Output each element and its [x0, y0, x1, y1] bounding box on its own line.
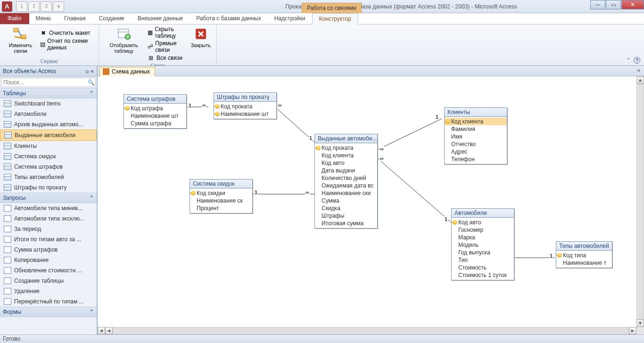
nav-query-item[interactable]: Автомобили типа эксклю...	[0, 213, 97, 224]
table-box-rental-penalties[interactable]: Штрафы по прокатуКод прокатаНаименование…	[214, 92, 277, 119]
tab-create[interactable]: СозданиеС	[92, 13, 131, 24]
table-field[interactable]: Отчество	[445, 140, 507, 148]
nav-table-item[interactable]: Архив выданных автомо...	[0, 119, 97, 130]
qat-item[interactable]: 2	[28, 1, 40, 12]
show-table-button[interactable]: + Отобразить таблицу	[102, 25, 146, 62]
table-title[interactable]: Система скидок	[190, 180, 252, 188]
tab-database-tools[interactable]: Работа с базами данныхА	[190, 13, 267, 24]
table-field[interactable]: Код клиента	[445, 118, 507, 125]
table-field[interactable]: Итоговая сумма	[315, 220, 377, 227]
nav-query-item[interactable]: Перекрёстный по типам ...	[0, 296, 97, 307]
table-field[interactable]: Имя	[445, 133, 507, 140]
nav-table-item[interactable]: Клиенты	[0, 141, 97, 151]
nav-query-item[interactable]: Итоги по типам авто за ...	[0, 234, 97, 245]
table-field[interactable]: Стоимость 1 суток	[452, 271, 514, 279]
hide-table-button[interactable]: ▦Скрыть таблицу	[146, 25, 188, 40]
nav-table-item[interactable]: Switchboard Items	[0, 98, 97, 109]
table-field[interactable]: Сумма	[315, 197, 377, 204]
close-button[interactable]: ✕	[621, 0, 644, 9]
table-field[interactable]: Код скидки	[190, 189, 252, 197]
maximize-button[interactable]: ▭	[606, 0, 621, 9]
tab-home[interactable]: ГлавнаяЯ	[58, 13, 92, 24]
all-relationships-button[interactable]: ⊞Все связи	[146, 54, 188, 62]
nav-query-item[interactable]: Автомобили типа минив...	[0, 203, 97, 213]
table-field[interactable]: Код типа	[556, 252, 612, 259]
table-field[interactable]: Код клиента	[315, 152, 377, 159]
nav-query-item[interactable]: Удаление	[0, 286, 97, 296]
table-box-discounts[interactable]: Система скидокКод скидкиНаименование скП…	[190, 179, 253, 213]
table-field[interactable]: Код проката	[315, 144, 377, 152]
nav-group-queries[interactable]: Запросы⌃	[0, 193, 97, 203]
nav-query-item[interactable]: Обновление стоимости ...	[0, 265, 97, 276]
nav-table-item[interactable]: Штрафы по прокату	[0, 182, 97, 193]
table-field[interactable]: Телефон	[445, 155, 507, 163]
qat-item[interactable]: 3	[41, 1, 52, 12]
search-input[interactable]	[1, 78, 87, 87]
direct-relationships-button[interactable]: ☍Прямые связи	[146, 40, 188, 54]
relationships-diagram[interactable]: 1 ∞ ∞ 1 1 ∞ ∞ 1 ∞ 1 ∞ 1 Система штрафовК…	[98, 76, 636, 327]
nav-table-item[interactable]: Автомобили	[0, 109, 97, 119]
table-field[interactable]: Штрафы	[315, 212, 377, 220]
tab-design[interactable]: КонструкторБС	[312, 13, 358, 24]
qat-item[interactable]: 1	[16, 1, 27, 12]
table-field[interactable]: Ожидаемая дата вс	[315, 182, 377, 189]
table-field[interactable]: Адрес	[445, 148, 507, 155]
table-box-clients[interactable]: КлиентыКод клиентаФамилияИмяОтчествоАдре…	[444, 107, 507, 164]
vertical-scrollbar[interactable]: ▲▼	[636, 76, 644, 327]
table-title[interactable]: Система штрафов	[124, 95, 186, 104]
document-close-icon[interactable]: ×	[636, 67, 642, 74]
tab-menu[interactable]: МенюQ	[29, 13, 58, 24]
table-field[interactable]: Код проката	[214, 103, 276, 110]
table-field[interactable]: Тип	[452, 256, 514, 264]
nav-dropdown-icon[interactable]: ⊙	[85, 69, 89, 74]
table-field[interactable]: Марка	[452, 234, 514, 241]
nav-collapse-icon[interactable]: «	[91, 68, 94, 74]
nav-query-item[interactable]: Копирование	[0, 255, 97, 265]
table-field[interactable]: Процент	[190, 204, 252, 212]
table-field[interactable]: Фамилия	[445, 125, 507, 133]
table-field[interactable]: Год выпуска	[452, 249, 514, 256]
edit-relationships-button[interactable]: Изменить связи	[3, 25, 38, 55]
table-field[interactable]: Количество дней	[315, 174, 377, 182]
close-button-ribbon[interactable]: Закрыть	[188, 25, 214, 62]
table-field[interactable]: Дата выдачи	[315, 167, 377, 174]
table-field[interactable]: Наименование шт	[124, 112, 186, 120]
table-field[interactable]: Стоимость	[452, 264, 514, 271]
table-field[interactable]: Модель	[452, 241, 514, 249]
nav-group-tables[interactable]: Таблицы⌃	[0, 88, 97, 98]
nav-table-item[interactable]: Типы автомобилей	[0, 172, 97, 182]
table-field[interactable]: Код авто	[315, 159, 377, 167]
qat-dropdown[interactable]: ▾	[53, 1, 64, 12]
table-box-issued-cars[interactable]: Выданные автомоби...Код прокатаКод клиен…	[314, 134, 378, 229]
document-tab[interactable]: Схема данных	[99, 67, 155, 76]
table-field[interactable]: Наименование ск	[190, 197, 252, 204]
nav-group-forms[interactable]: Формы⌃	[0, 307, 97, 317]
table-field[interactable]: Сумма штрафа	[124, 120, 186, 127]
table-title[interactable]: Автомобили	[452, 209, 514, 218]
nav-query-item[interactable]: Сумма штрафов	[0, 245, 97, 255]
table-field[interactable]: Скидка	[315, 204, 377, 212]
table-field[interactable]: Наименование ски	[315, 189, 377, 197]
nav-table-item[interactable]: Выданные автомобили	[0, 130, 97, 141]
tab-external-data[interactable]: Внешние данныеШ	[131, 13, 190, 24]
nav-table-item[interactable]: Система скидок	[0, 151, 97, 162]
minimize-button[interactable]: ─	[590, 0, 605, 9]
table-title[interactable]: Клиенты	[445, 108, 507, 117]
file-tab[interactable]: ФайлФ	[0, 13, 29, 24]
table-field[interactable]: Наименование шт	[214, 110, 276, 118]
tab-addins[interactable]: НадстройкиН	[268, 13, 312, 24]
help-icon[interactable]: ?	[634, 57, 640, 64]
search-icon[interactable]: 🔍	[87, 78, 95, 87]
table-box-car-types[interactable]: Типы автомобилейКод типаНаименование т	[556, 241, 612, 268]
nav-table-item[interactable]: Система штрафов	[0, 162, 97, 172]
horizontal-scrollbar[interactable]: ◄◄►	[98, 327, 636, 335]
table-title[interactable]: Типы автомобилей	[556, 242, 612, 251]
table-title[interactable]: Выданные автомоби...	[315, 134, 377, 143]
table-field[interactable]: Наименование т	[556, 259, 612, 267]
table-field[interactable]: Код штрафа	[124, 105, 186, 112]
table-field[interactable]: Код авто	[452, 219, 514, 226]
clear-layout-button[interactable]: ✖Очистить макет	[38, 29, 96, 37]
table-box-cars[interactable]: АвтомобилиКод автоГосномерМаркаМодельГод…	[451, 208, 514, 280]
table-field[interactable]: Госномер	[452, 226, 514, 234]
table-title[interactable]: Штрафы по прокату	[214, 93, 276, 102]
